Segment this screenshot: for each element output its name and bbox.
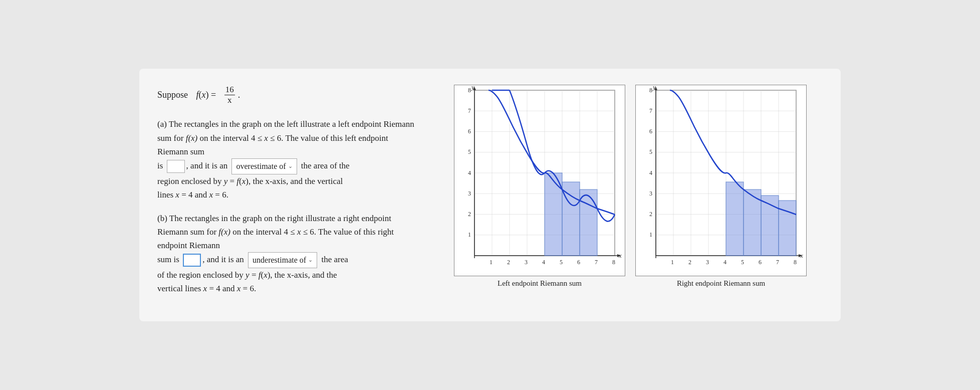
part-a-text: (a) The rectangles in the graph on the l… (157, 117, 418, 202)
x-tick-3-right: 3 (706, 259, 709, 266)
text-panel: Suppose f(x) = 16 x . (a) The rectangles… (157, 85, 418, 306)
x-tick-5-right: 5 (741, 259, 744, 266)
part-b-interval: 4 ≤ x ≤ 6. (284, 227, 318, 237)
part-b-text7: of the region enclosed by y = f(x), the … (157, 270, 337, 280)
x-axis-label-right: x (800, 252, 803, 259)
right-graph-box: x y 1 2 3 4 5 6 7 8 1 2 3 (635, 85, 807, 276)
right-graph-container: x y 1 2 3 4 5 6 7 8 1 2 3 (635, 85, 807, 288)
y-tick-6-right: 6 (649, 128, 652, 135)
part-b-text2: on the interval (232, 227, 282, 237)
part-b-text5: , and it is an (202, 255, 244, 264)
left-rect-2 (562, 182, 580, 256)
part-a-text5: , and it is an (186, 161, 228, 170)
x-tick-3-left: 3 (525, 259, 528, 266)
x-axis-label-left: x (618, 252, 622, 259)
part-b-text9: vertical lines x = 4 and x = 6. (157, 284, 256, 293)
y-tick-5-left: 5 (468, 148, 471, 155)
part-a-dropdown[interactable]: overestimate of ⌄ (231, 158, 297, 174)
x-tick-6-right: 6 (759, 259, 762, 266)
y-tick-7-right: 7 (649, 107, 652, 114)
x-tick-2-left: 2 (507, 259, 510, 266)
part-a-dropdown-value: overestimate of (236, 160, 286, 173)
x-tick-1-right: 1 (671, 259, 674, 266)
main-card: Suppose f(x) = 16 x . (a) The rectangles… (139, 69, 841, 322)
left-rect-3 (580, 189, 597, 256)
formula-func: f(x) = (196, 88, 216, 102)
right-rect-1 (726, 182, 744, 256)
part-a-func: f(x) (186, 133, 198, 143)
formula-denominator: x (226, 95, 233, 105)
part-b-text6: the area (321, 255, 348, 264)
y-tick-3-right: 3 (649, 190, 652, 197)
x-tick-8-right: 8 (794, 259, 797, 266)
part-b-answer-input[interactable] (183, 254, 201, 267)
y-tick-3-left: 3 (468, 190, 471, 197)
y-tick-8-left: 8 (468, 87, 471, 94)
y-tick-2-right: 2 (649, 211, 652, 218)
part-a-text2: on the interval (200, 133, 249, 143)
x-tick-4-right: 4 (723, 259, 726, 266)
y-tick-7-left: 7 (468, 107, 471, 114)
y-tick-6-left: 6 (468, 128, 471, 135)
x-tick-7-right: 7 (776, 259, 779, 266)
right-graph-svg: x y 1 2 3 4 5 6 7 8 1 2 3 (636, 85, 806, 276)
y-axis-label-right: y (652, 85, 656, 91)
x-tick-6-left: 6 (577, 259, 580, 266)
y-tick-4-right: 4 (649, 169, 652, 176)
part-a-text9: lines x = 4 and x = 6. (157, 190, 228, 200)
y-tick-4-left: 4 (468, 169, 471, 176)
y-tick-2-left: 2 (468, 211, 471, 218)
y-tick-1-left: 1 (468, 231, 471, 238)
part-b-func: f(x) (218, 227, 230, 237)
part-b-text4: sum is (157, 255, 179, 264)
x-tick-2-right: 2 (688, 259, 691, 266)
x-tick-1-left: 1 (489, 259, 493, 266)
part-a-interval: 4 ≤ x ≤ 6. (251, 133, 285, 143)
part-a: (a) The rectangles in the graph on the l… (157, 117, 418, 202)
part-a-chevron-icon: ⌄ (288, 162, 293, 171)
y-axis-label-left: y (470, 85, 474, 91)
left-rect-1 (545, 173, 562, 256)
formula-fraction: 16 x (224, 85, 235, 106)
part-b-dropdown[interactable]: underestimate of ⌄ (248, 252, 317, 268)
part-b: (b) The rectangles in the graph on the r… (157, 212, 418, 296)
formula-line: Suppose f(x) = 16 x . (157, 85, 418, 106)
part-a-answer-input[interactable] (167, 160, 185, 173)
formula-suffix: . (238, 88, 240, 102)
graphs-row: x y 1 2 3 4 5 6 7 8 1 (454, 85, 807, 288)
y-tick-5-right: 5 (649, 148, 652, 155)
formula-prefix: Suppose (157, 88, 188, 102)
graphs-panel: x y 1 2 3 4 5 6 7 8 1 (438, 85, 823, 288)
left-graph-box: x y 1 2 3 4 5 6 7 8 1 (454, 85, 625, 276)
y-tick-1-right: 1 (649, 231, 652, 238)
formula-numerator: 16 (224, 85, 235, 95)
part-a-text6: the area of the (301, 161, 350, 170)
left-graph-svg: x y 1 2 3 4 5 6 7 8 1 (454, 85, 625, 276)
part-a-text7: region enclosed by y = f(x), the x-axis,… (157, 176, 343, 186)
x-tick-8-left: 8 (612, 259, 615, 266)
part-b-text: (b) The rectangles in the graph on the r… (157, 212, 418, 296)
part-b-dropdown-value: underestimate of (253, 254, 306, 267)
part-a-text4: is (157, 161, 163, 170)
x-tick-7-left: 7 (595, 259, 598, 266)
left-graph-container: x y 1 2 3 4 5 6 7 8 1 (454, 85, 625, 288)
y-tick-8-right: 8 (649, 87, 652, 94)
left-graph-label: Left endpoint Riemann sum (498, 279, 582, 288)
x-tick-4-left: 4 (542, 259, 545, 266)
part-b-chevron-icon: ⌄ (308, 256, 313, 265)
right-graph-label: Right endpoint Riemann sum (677, 279, 765, 288)
x-tick-5-left: 5 (560, 259, 563, 266)
